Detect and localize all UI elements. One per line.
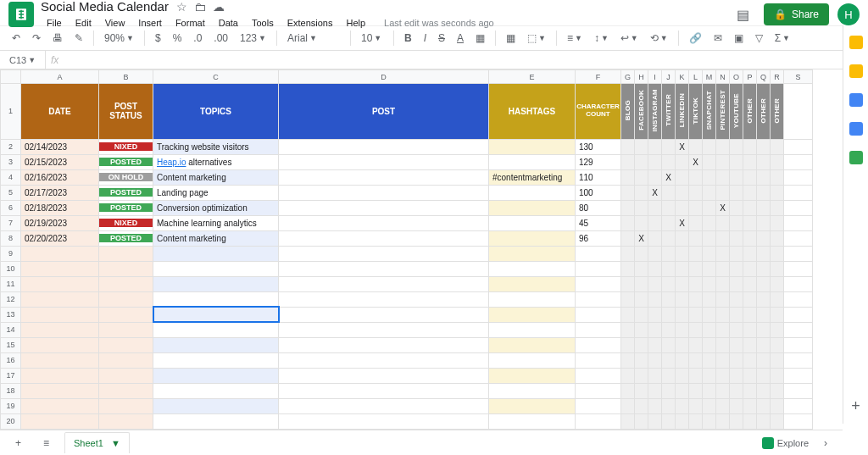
currency-button[interactable]: $: [152, 31, 164, 46]
sheets-logo[interactable]: [8, 2, 34, 27]
comment-button[interactable]: ✉: [710, 31, 726, 46]
cell-C12[interactable]: [153, 291, 279, 307]
sheets-icon: [14, 7, 29, 22]
menu-help[interactable]: Help: [340, 15, 371, 31]
share-label: Share: [792, 8, 819, 20]
cell-C20[interactable]: [153, 413, 279, 429]
increase-decimal-button[interactable]: .00: [210, 31, 231, 46]
cell-C9[interactable]: [153, 246, 279, 261]
menu-insert[interactable]: Insert: [132, 15, 168, 31]
bold-button[interactable]: B: [401, 31, 415, 46]
cell-C17[interactable]: [153, 368, 279, 383]
keep2-icon[interactable]: [849, 64, 863, 78]
filter-button[interactable]: ▽: [752, 31, 766, 46]
menu-tools[interactable]: Tools: [246, 15, 280, 31]
wrap-button[interactable]: ↩▼: [617, 31, 642, 46]
add-panel-button[interactable]: +: [851, 397, 860, 415]
lock-icon: 🔒: [774, 8, 787, 20]
undo-button[interactable]: ↶: [8, 31, 24, 46]
decrease-decimal-button[interactable]: .0: [190, 31, 205, 46]
spreadsheet-grid[interactable]: ABCDEFGHIJKLMNOPQRS1DATEPOST STATUSTOPIC…: [0, 69, 813, 436]
comments-icon[interactable]: ▤: [732, 3, 755, 26]
paint-format-button[interactable]: ✎: [71, 31, 86, 46]
redo-button[interactable]: ↷: [29, 31, 44, 46]
merge-button[interactable]: ⬚▼: [524, 31, 549, 46]
account-avatar[interactable]: H: [837, 3, 860, 25]
app-header: Social Media Calendar ☆ 🗀 ☁ FileEditView…: [0, 0, 868, 25]
contacts-icon[interactable]: [849, 122, 863, 136]
sheet-tabs: + ≡ Sheet1 ▼ Explore ›: [0, 430, 843, 455]
fill-color-button[interactable]: ▦: [472, 31, 488, 46]
rotate-button[interactable]: ⟲▼: [647, 31, 671, 46]
star-icon[interactable]: ☆: [176, 0, 187, 14]
borders-button[interactable]: ▦: [503, 31, 519, 46]
cell-C16[interactable]: [153, 352, 279, 368]
cell-C14[interactable]: [153, 322, 279, 337]
fx-icon: fx: [46, 54, 64, 66]
sheet-tab[interactable]: Sheet1 ▼: [64, 432, 130, 453]
maps-icon[interactable]: [849, 151, 863, 164]
explore-button[interactable]: Explore: [762, 437, 809, 449]
side-panel-toggle[interactable]: ›: [817, 434, 834, 452]
cell-C15[interactable]: [153, 337, 279, 352]
formula-bar-row: C13▼ fx: [0, 51, 868, 69]
text-color-button[interactable]: A: [453, 31, 467, 46]
menu-edit[interactable]: Edit: [70, 15, 97, 31]
link-button[interactable]: 🔗: [686, 31, 705, 46]
explore-icon: [762, 437, 774, 449]
grid-area: ABCDEFGHIJKLMNOPQRS1DATEPOST STATUSTOPIC…: [0, 69, 868, 436]
format-number-combo[interactable]: 123▼: [236, 31, 270, 46]
tasks-icon[interactable]: [849, 93, 863, 107]
all-sheets-button[interactable]: ≡: [36, 434, 56, 452]
font-combo[interactable]: Arial▼: [284, 31, 343, 46]
share-button[interactable]: 🔒 Share: [764, 3, 829, 25]
formula-input[interactable]: [64, 51, 868, 69]
functions-button[interactable]: Σ▼: [771, 31, 793, 46]
zoom-combo[interactable]: 90%▼: [101, 31, 137, 46]
strike-button[interactable]: S: [435, 31, 448, 46]
keep-icon[interactable]: [849, 36, 863, 49]
cloud-icon[interactable]: ☁: [213, 0, 225, 14]
add-sheet-button[interactable]: +: [8, 434, 28, 452]
name-box[interactable]: C13▼: [0, 51, 46, 69]
menu-bar: FileEditViewInsertFormatDataToolsExtensi…: [41, 15, 732, 31]
last-edit-text: Last edit was seconds ago: [378, 15, 500, 31]
menu-view[interactable]: View: [99, 15, 131, 31]
cell-C19[interactable]: [153, 398, 279, 413]
menu-file[interactable]: File: [41, 15, 68, 31]
menu-format[interactable]: Format: [170, 15, 211, 31]
valign-button[interactable]: ↕▼: [591, 31, 612, 46]
title-block: Social Media Calendar ☆ 🗀 ☁ FileEditView…: [41, 0, 732, 31]
halign-button[interactable]: ≡▼: [564, 31, 586, 46]
menu-extensions[interactable]: Extensions: [281, 15, 339, 31]
side-panel: +: [843, 25, 868, 424]
font-size-combo[interactable]: 10▼: [358, 31, 387, 46]
percent-button[interactable]: %: [170, 31, 186, 46]
menu-data[interactable]: Data: [213, 15, 244, 31]
chart-button[interactable]: ▣: [731, 31, 747, 46]
cell-C13[interactable]: [153, 307, 279, 322]
cell-C11[interactable]: [153, 276, 279, 291]
italic-button[interactable]: I: [420, 31, 430, 46]
cell-C18[interactable]: [153, 383, 279, 398]
print-button[interactable]: 🖶: [49, 31, 66, 46]
cell-C10[interactable]: [153, 261, 279, 276]
move-icon[interactable]: 🗀: [194, 0, 206, 14]
doc-title[interactable]: Social Media Calendar: [41, 0, 169, 14]
